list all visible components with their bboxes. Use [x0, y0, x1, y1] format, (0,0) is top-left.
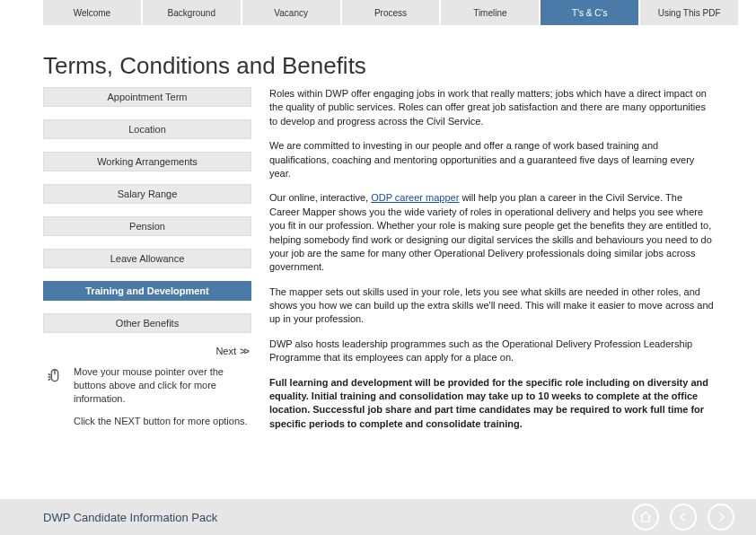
- sidebar-item-salary-range[interactable]: Salary Range: [43, 184, 251, 204]
- next-button[interactable]: Next >>: [43, 346, 251, 356]
- prev-page-button[interactable]: [670, 504, 697, 531]
- sidebar-item-leave-allowance[interactable]: Leave Allowance: [43, 249, 251, 268]
- hint-block: Move your mouse pointer over the buttons…: [43, 365, 251, 436]
- sidebar-item-appointment-term[interactable]: Appointment Term: [43, 87, 251, 107]
- footer-bar: DWP Candidate Information Pack: [0, 499, 756, 535]
- content-paragraph-6: Full learning and development will be pr…: [269, 376, 715, 432]
- mouse-pointer-icon: [45, 365, 65, 436]
- content-paragraph-4: The mapper sets out skills used in your …: [269, 285, 715, 327]
- sidebar-item-pension[interactable]: Pension: [43, 216, 251, 236]
- footer-title: DWP Candidate Information Pack: [43, 511, 217, 524]
- content-paragraph-3: Our online, interactive, ODP career mapp…: [269, 191, 715, 274]
- arrow-right-icon: [714, 510, 728, 524]
- top-tab-bar: Welcome Background Vacancy Process Timel…: [0, 0, 756, 25]
- content-paragraph-1: Roles within DWP offer engaging jobs in …: [269, 87, 715, 128]
- odp-career-mapper-link[interactable]: ODP career mapper: [371, 192, 459, 203]
- next-label: Next: [215, 346, 236, 356]
- sidebar-item-training-and-development[interactable]: Training and Development: [43, 281, 251, 301]
- hint-text-1: Move your mouse pointer over the buttons…: [74, 365, 251, 406]
- tab-background[interactable]: Background: [143, 0, 242, 25]
- main-content: Roles within DWP offer engaging jobs in …: [269, 87, 738, 442]
- home-icon: [638, 510, 653, 524]
- page-title: Terms, Conditions and Benefits: [0, 52, 756, 87]
- tab-using-this-pdf[interactable]: Using This PDF: [640, 0, 738, 25]
- content-paragraph-2: We are committed to investing in our peo…: [269, 139, 715, 180]
- tab-process[interactable]: Process: [342, 0, 442, 25]
- tab-welcome[interactable]: Welcome: [43, 0, 143, 25]
- sidebar: Appointment Term Location Working Arrang…: [0, 87, 269, 442]
- sidebar-item-location[interactable]: Location: [43, 119, 251, 139]
- home-button[interactable]: [632, 504, 659, 531]
- hint-text-2: Click the NEXT button for more options.: [74, 415, 251, 428]
- tab-ts-and-cs[interactable]: T's & C's: [541, 0, 640, 25]
- arrow-left-icon: [676, 510, 690, 524]
- tab-timeline[interactable]: Timeline: [441, 0, 541, 25]
- tab-vacancy[interactable]: Vacancy: [242, 0, 342, 25]
- sidebar-item-working-arrangements[interactable]: Working Arrangements: [43, 152, 251, 171]
- next-page-button[interactable]: [708, 504, 734, 531]
- chevron-right-double-icon: >>: [239, 346, 248, 356]
- content-paragraph-5: DWP also hosts leadership programmes suc…: [269, 338, 715, 365]
- sidebar-item-other-benefits[interactable]: Other Benefits: [43, 313, 251, 333]
